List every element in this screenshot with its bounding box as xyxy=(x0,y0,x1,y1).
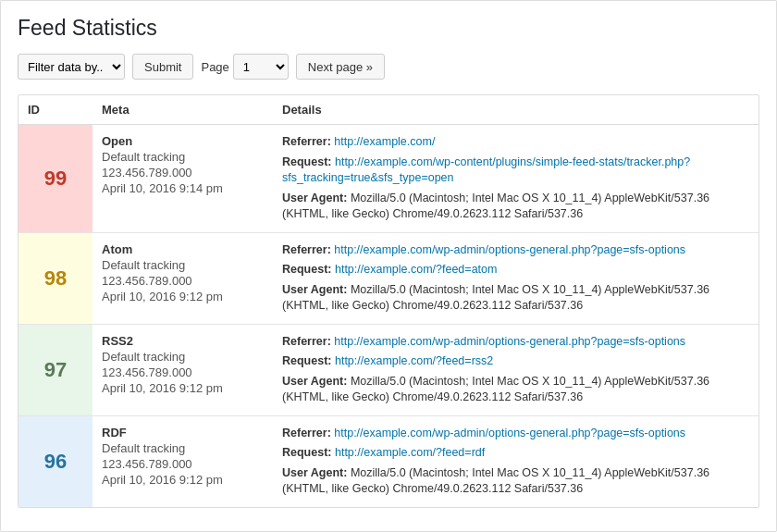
submit-button[interactable]: Submit xyxy=(132,54,193,80)
request-label: Request: xyxy=(282,263,331,276)
table-header-row: ID Meta Details xyxy=(18,95,758,125)
request-link[interactable]: http://example.com/?feed=atom xyxy=(335,263,497,276)
meta-date: April 10, 2016 9:14 pm xyxy=(102,181,264,195)
row-id-cell: 96 xyxy=(18,415,92,507)
row-meta-cell: Open Default tracking 123.456.789.000 Ap… xyxy=(92,125,273,233)
col-header-meta: Meta xyxy=(92,95,273,125)
agent-text: Mozilla/5.0 (Macintosh; Intel Mac OS X 1… xyxy=(282,192,709,221)
request-label: Request: xyxy=(282,354,331,367)
row-id-cell: 97 xyxy=(18,324,92,415)
agent-text: Mozilla/5.0 (Macintosh; Intel Mac OS X 1… xyxy=(282,283,709,313)
agent-label: User Agent: xyxy=(282,375,347,388)
meta-ip: 123.456.789.000 xyxy=(102,274,264,288)
request-link[interactable]: http://example.com/wp-content/plugins/si… xyxy=(282,155,690,185)
agent-line: User Agent: Mozilla/5.0 (Macintosh; Inte… xyxy=(282,465,749,498)
feed-stats-table: ID Meta Details 99 Open Default tracking… xyxy=(18,95,758,507)
meta-date: April 10, 2016 9:12 pm xyxy=(102,381,264,395)
referrer-label: Referrer: xyxy=(282,427,331,439)
request-label: Request: xyxy=(282,446,331,459)
referrer-label: Referrer: xyxy=(282,243,331,256)
table-wrapper: ID Meta Details 99 Open Default tracking… xyxy=(18,94,759,508)
request-line: Request: http://example.com/?feed=rdf xyxy=(282,445,749,462)
referrer-link[interactable]: http://example.com/wp-admin/options-gene… xyxy=(334,243,685,256)
agent-line: User Agent: Mozilla/5.0 (Macintosh; Inte… xyxy=(282,374,749,406)
row-details-cell: Referrer: http://example.com/wp-admin/op… xyxy=(273,232,758,324)
table-row: 98 Atom Default tracking 123.456.789.000… xyxy=(18,232,758,324)
col-header-id: ID xyxy=(18,95,92,125)
meta-date: April 10, 2016 9:12 pm xyxy=(102,473,264,487)
table-row: 97 RSS2 Default tracking 123.456.789.000… xyxy=(18,324,758,415)
referrer-link[interactable]: http://example.com/wp-admin/options-gene… xyxy=(334,335,685,348)
request-link[interactable]: http://example.com/?feed=rss2 xyxy=(335,354,493,367)
row-details-cell: Referrer: http://example.com/wp-admin/op… xyxy=(273,415,758,507)
agent-label: User Agent: xyxy=(282,192,347,204)
request-label: Request: xyxy=(282,155,331,168)
referrer-line: Referrer: http://example.com/ xyxy=(282,134,749,151)
row-id-cell: 98 xyxy=(18,232,92,324)
row-meta-cell: RSS2 Default tracking 123.456.789.000 Ap… xyxy=(92,324,273,415)
meta-ip: 123.456.789.000 xyxy=(102,166,264,179)
agent-text: Mozilla/5.0 (Macintosh; Intel Mac OS X 1… xyxy=(282,466,709,496)
referrer-link[interactable]: http://example.com/wp-admin/options-gene… xyxy=(334,427,685,439)
next-page-button[interactable]: Next page » xyxy=(296,54,385,80)
agent-line: User Agent: Mozilla/5.0 (Macintosh; Inte… xyxy=(282,282,749,315)
row-details-cell: Referrer: http://example.com/wp-admin/op… xyxy=(273,324,758,415)
referrer-label: Referrer: xyxy=(282,135,331,148)
page-selector: Page 1 2 3 xyxy=(201,54,288,80)
request-line: Request: http://example.com/wp-content/p… xyxy=(282,155,749,187)
meta-ip: 123.456.789.000 xyxy=(102,365,264,379)
page-wrapper: Feed Statistics Filter data by.. Submit … xyxy=(0,0,777,532)
meta-tracking: Default tracking xyxy=(102,258,264,272)
request-line: Request: http://example.com/?feed=atom xyxy=(282,262,749,278)
table-row: 99 Open Default tracking 123.456.789.000… xyxy=(18,125,758,233)
row-meta-cell: RDF Default tracking 123.456.789.000 Apr… xyxy=(92,415,273,507)
meta-type: RDF xyxy=(102,426,264,439)
page-label: Page xyxy=(201,60,228,74)
row-details-cell: Referrer: http://example.com/ Request: h… xyxy=(273,125,758,233)
filter-select[interactable]: Filter data by.. xyxy=(18,54,125,80)
agent-label: User Agent: xyxy=(282,466,347,479)
meta-type: RSS2 xyxy=(102,334,264,348)
table-row: 96 RDF Default tracking 123.456.789.000 … xyxy=(18,415,758,507)
referrer-label: Referrer: xyxy=(282,335,331,348)
row-id-cell: 99 xyxy=(18,125,92,233)
toolbar: Filter data by.. Submit Page 1 2 3 Next … xyxy=(18,54,759,80)
meta-tracking: Default tracking xyxy=(102,441,264,455)
meta-ip: 123.456.789.000 xyxy=(102,457,264,471)
referrer-link[interactable]: http://example.com/ xyxy=(334,135,435,148)
agent-label: User Agent: xyxy=(282,283,347,296)
col-header-details: Details xyxy=(273,95,758,125)
page-number-select[interactable]: 1 2 3 xyxy=(233,54,289,80)
row-meta-cell: Atom Default tracking 123.456.789.000 Ap… xyxy=(92,232,273,324)
referrer-line: Referrer: http://example.com/wp-admin/op… xyxy=(282,242,749,259)
request-link[interactable]: http://example.com/?feed=rdf xyxy=(335,446,485,459)
meta-date: April 10, 2016 9:12 pm xyxy=(102,290,264,303)
referrer-line: Referrer: http://example.com/wp-admin/op… xyxy=(282,426,749,442)
meta-type: Open xyxy=(102,134,264,148)
agent-line: User Agent: Mozilla/5.0 (Macintosh; Inte… xyxy=(282,191,749,223)
meta-tracking: Default tracking xyxy=(102,350,264,364)
request-line: Request: http://example.com/?feed=rss2 xyxy=(282,353,749,370)
referrer-line: Referrer: http://example.com/wp-admin/op… xyxy=(282,334,749,351)
agent-text: Mozilla/5.0 (Macintosh; Intel Mac OS X 1… xyxy=(282,375,709,404)
meta-type: Atom xyxy=(102,242,264,256)
page-title: Feed Statistics xyxy=(18,16,759,41)
meta-tracking: Default tracking xyxy=(102,150,264,164)
